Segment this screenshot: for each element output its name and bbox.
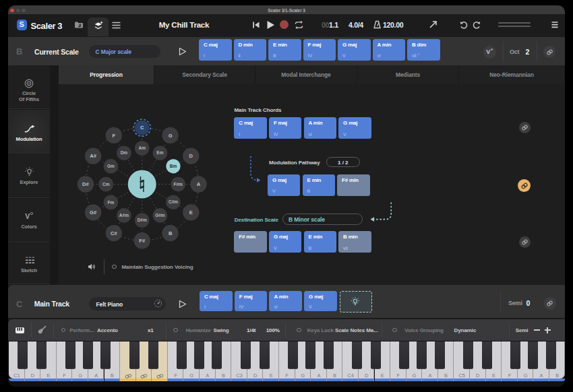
svg-text:F: F [113,133,116,139]
svg-text:G#m: G#m [155,213,165,218]
svg-text:A#: A# [90,153,96,159]
svg-text:A: A [197,181,201,187]
svg-text:B: B [169,230,173,236]
svg-text:E: E [189,209,193,216]
svg-text:C#m: C#m [169,199,178,204]
svg-text:D#: D# [82,181,89,187]
svg-text:C#: C# [111,230,117,236]
svg-text:G: G [169,133,173,139]
svg-text:Em: Em [156,150,163,155]
svg-text:C: C [140,125,144,131]
svg-text:F#m: F#m [174,182,183,187]
svg-text:Am: Am [138,145,146,150]
svg-text:A#m: A#m [119,213,129,218]
svg-text:D#m: D#m [138,218,147,222]
svg-text:G#: G# [90,209,97,216]
svg-text:Gm: Gm [107,164,115,168]
svg-text:D: D [189,153,193,159]
svg-text:Bm: Bm [170,164,177,168]
svg-text:Fm: Fm [108,200,115,205]
svg-text:Cm: Cm [102,182,110,187]
svg-text:F#: F# [139,238,146,244]
svg-text:Dm: Dm [121,150,128,155]
